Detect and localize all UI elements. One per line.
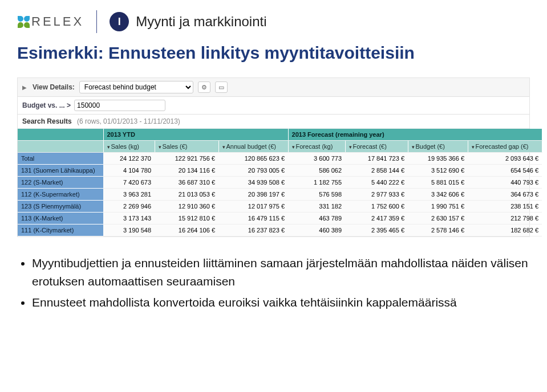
table-cell: 3 963 281: [103, 189, 155, 201]
table-cell: 20 793 005 €: [218, 165, 288, 177]
table-cell: 238 151 €: [468, 201, 542, 213]
forecast-panel: ▶ View Details: Forecast behind budget ⚙…: [17, 77, 530, 237]
table-cell: 5 881 015 €: [408, 177, 468, 189]
table-cell: 654 546 €: [468, 165, 542, 177]
table-cell: 20 398 197 €: [218, 189, 288, 201]
table-cell: 12 910 360 €: [155, 201, 218, 213]
bullet-list: Myyntibudjettien ja ennusteiden liittämi…: [17, 254, 530, 312]
col-blank: [18, 141, 103, 153]
row-label: Total: [18, 153, 103, 165]
table-cell: 122 921 756 €: [155, 153, 218, 165]
vertical-divider-icon: [96, 10, 97, 33]
chevron-down-icon: ▾: [412, 144, 415, 150]
section-badge: I: [110, 12, 129, 31]
group-forecast: 2013 Forecast (remaining year): [288, 129, 542, 141]
chevron-right-icon[interactable]: ▶: [22, 84, 27, 91]
table-row[interactable]: 122 (S-Market)7 420 67336 687 310 €34 93…: [18, 177, 542, 189]
table-cell: 15 912 810 €: [155, 213, 218, 224]
table-cell: 3 342 606 €: [408, 189, 468, 201]
relex-logo: RELEX: [17, 14, 84, 29]
col-sales-kg[interactable]: ▾Sales (kg): [103, 141, 155, 153]
col-sales-eur[interactable]: ▾Sales (€): [155, 141, 218, 153]
col-forecast-kg[interactable]: ▾Forecast (kg): [288, 141, 345, 153]
table-cell: 3 190 548: [103, 224, 155, 236]
table-cell: 2 630 157 €: [408, 213, 468, 224]
table-cell: 2 858 144 €: [345, 165, 408, 177]
col-forecast-eur[interactable]: ▾Forecast (€): [345, 141, 408, 153]
col-annual-budget[interactable]: ▾Annual budget (€): [218, 141, 288, 153]
search-results-meta: (6 rows, 01/01/2013 - 11/11/2013): [77, 117, 180, 125]
table-cell: 24 122 370: [103, 153, 155, 165]
gear-icon[interactable]: ⚙: [198, 81, 210, 93]
table-cell: 1 182 755: [288, 177, 345, 189]
table-cell: 364 673 €: [468, 189, 542, 201]
row-label: 122 (S-Market): [18, 177, 103, 189]
chevron-down-icon: ▾: [349, 144, 352, 150]
filter-row: Budget vs. ... >: [18, 97, 529, 115]
table-cell: 3 512 690 €: [408, 165, 468, 177]
table-cell: 463 789: [288, 213, 345, 224]
col-budget-eur[interactable]: ▾Budget (€): [408, 141, 468, 153]
col-forecast-gap[interactable]: ▾Forecasted gap (€): [468, 141, 542, 153]
table-cell: 2 093 643 €: [468, 153, 542, 165]
table-cell: 2 417 359 €: [345, 213, 408, 224]
table-cell: 4 104 780: [103, 165, 155, 177]
table-cell: 17 841 723 €: [345, 153, 408, 165]
search-results-label: Search Results: [22, 117, 72, 125]
table-cell: 16 479 115 €: [218, 213, 288, 224]
window-icon[interactable]: ▭: [215, 81, 228, 93]
table-row[interactable]: 113 (K-Market)3 173 14315 912 810 €16 47…: [18, 213, 542, 224]
table-cell: 1 990 751 €: [408, 201, 468, 213]
table-cell: 460 389: [288, 224, 345, 236]
table-cell: 1 752 600 €: [345, 201, 408, 213]
table-cell: 5 440 222 €: [345, 177, 408, 189]
toolbar: ▶ View Details: Forecast behind budget ⚙…: [18, 78, 529, 97]
group-ytd: 2013 YTD: [103, 129, 288, 141]
logo-mark-icon: [17, 15, 30, 28]
table-cell: 2 269 946: [103, 201, 155, 213]
table-cell: 36 687 310 €: [155, 177, 218, 189]
forecast-table: 2013 YTD 2013 Forecast (remaining year) …: [18, 129, 542, 236]
table-cell: 3 173 143: [103, 213, 155, 224]
filter-label: Budget vs. ... >: [22, 101, 71, 109]
table-row[interactable]: Total24 122 370122 921 756 €120 865 623 …: [18, 153, 542, 165]
table-cell: 331 182: [288, 201, 345, 213]
logo-text: RELEX: [31, 14, 84, 29]
filter-input[interactable]: [74, 100, 165, 111]
view-details-select[interactable]: Forecast behind budget: [79, 81, 193, 93]
group-blank: [18, 129, 103, 141]
table-cell: 576 598: [288, 189, 345, 201]
row-label: 131 (Suomen Lähikauppa): [18, 165, 103, 177]
table-group-header: 2013 YTD 2013 Forecast (remaining year): [18, 129, 542, 141]
list-item: Myyntibudjettien ja ennusteiden liittämi…: [32, 254, 530, 290]
table-cell: 2 395 465 €: [345, 224, 408, 236]
view-details-label: View Details:: [33, 83, 75, 91]
row-label: 112 (K-Supermarket): [18, 189, 103, 201]
table-cell: 182 682 €: [468, 224, 542, 236]
chevron-down-icon: ▾: [222, 144, 225, 150]
page-title: Esimerkki: Ennusteen linkitys myyntitavo…: [17, 43, 530, 63]
search-results-row: Search Results (6 rows, 01/01/2013 - 11/…: [18, 115, 529, 129]
chevron-down-icon: ▾: [472, 144, 475, 150]
table-cell: 12 017 975 €: [218, 201, 288, 213]
table-cell: 20 134 116 €: [155, 165, 218, 177]
row-label: 113 (K-Market): [18, 213, 103, 224]
table-cell: 16 237 823 €: [218, 224, 288, 236]
chevron-down-icon: ▾: [107, 144, 110, 150]
section-label: Myynti ja markkinointi: [136, 14, 266, 30]
table-row[interactable]: 131 (Suomen Lähikauppa)4 104 78020 134 1…: [18, 165, 542, 177]
chevron-down-icon: ▾: [292, 144, 295, 150]
table-col-header: ▾Sales (kg) ▾Sales (€) ▾Annual budget (€…: [18, 141, 542, 153]
table-cell: 3 600 773: [288, 153, 345, 165]
table-cell: 2 977 933 €: [345, 189, 408, 201]
table-row[interactable]: 123 (S Pienmyymälä)2 269 94612 910 360 €…: [18, 201, 542, 213]
table-cell: 19 935 366 €: [408, 153, 468, 165]
list-item: Ennusteet mahdollista konvertoida euroik…: [32, 293, 530, 312]
table-row[interactable]: 112 (K-Supermarket)3 963 28121 013 053 €…: [18, 189, 542, 201]
table-row[interactable]: 111 (K-Citymarket)3 190 54816 264 106 €1…: [18, 224, 542, 236]
table-cell: 120 865 623 €: [218, 153, 288, 165]
table-cell: 21 013 053 €: [155, 189, 218, 201]
table-cell: 7 420 673: [103, 177, 155, 189]
table-cell: 16 264 106 €: [155, 224, 218, 236]
row-label: 123 (S Pienmyymälä): [18, 201, 103, 213]
